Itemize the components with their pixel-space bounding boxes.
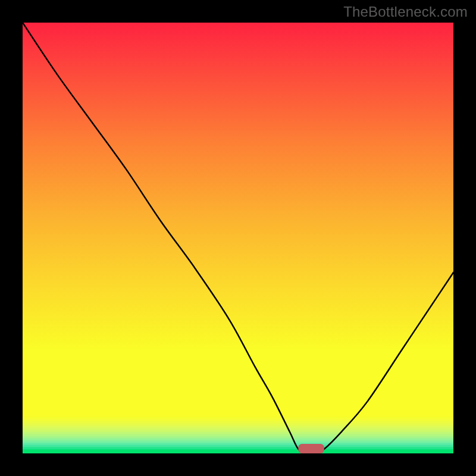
svg-rect-0 [23, 413, 453, 415]
chart-frame: TheBottleneck.com [0, 0, 476, 476]
svg-rect-3 [23, 419, 453, 421]
plot-svg [23, 23, 453, 453]
optimal-marker [298, 444, 324, 453]
svg-rect-6 [23, 425, 453, 428]
svg-rect-2 [23, 417, 453, 419]
svg-rect-10 [23, 434, 453, 437]
svg-rect-1 [23, 415, 453, 417]
svg-rect-13 [23, 440, 453, 443]
bottom-banding [23, 413, 453, 453]
svg-rect-5 [23, 424, 453, 426]
svg-rect-14 [23, 443, 453, 445]
svg-rect-8 [23, 430, 453, 432]
gradient-background [23, 23, 453, 453]
svg-rect-12 [23, 439, 453, 441]
svg-rect-16 [23, 447, 453, 449]
svg-rect-11 [23, 436, 453, 439]
svg-rect-4 [23, 421, 453, 424]
watermark-label: TheBottleneck.com [343, 4, 468, 20]
svg-rect-7 [23, 428, 453, 430]
svg-rect-19 [23, 450, 453, 453]
svg-rect-15 [23, 445, 453, 447]
svg-rect-9 [23, 432, 453, 434]
plot-area [23, 23, 453, 453]
